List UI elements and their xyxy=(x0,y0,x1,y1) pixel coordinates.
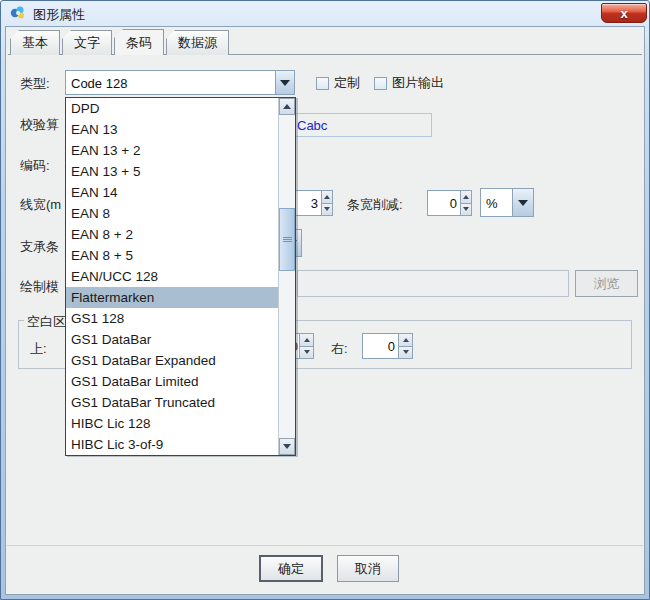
image-output-checkbox-label: 图片输出 xyxy=(392,74,444,92)
unit-combobox-value: % xyxy=(486,195,498,210)
list-item-highlighted[interactable]: Flattermarken xyxy=(66,287,278,308)
type-dropdown-list: DPD EAN 13 EAN 13 + 2 EAN 13 + 5 EAN 14 … xyxy=(65,97,296,456)
spinner-down-icon[interactable] xyxy=(321,204,333,217)
bar-reduction-spinner[interactable]: 0 xyxy=(427,190,472,216)
list-item[interactable]: GS1 DataBar Limited xyxy=(66,371,278,392)
draw-mode-label: 绘制模 xyxy=(20,279,59,294)
list-item[interactable]: EAN 8 + 2 xyxy=(66,224,278,245)
close-button[interactable]: x xyxy=(601,3,647,23)
bar-reduction-value[interactable]: 0 xyxy=(427,190,460,216)
list-item[interactable]: EAN 13 xyxy=(66,119,278,140)
custom-checkbox-label: 定制 xyxy=(334,74,360,92)
checksum-value: Cabc xyxy=(297,118,327,133)
type-combobox[interactable]: Code 128 xyxy=(65,70,295,95)
browse-button[interactable]: 浏览 xyxy=(575,270,638,297)
scroll-down-icon[interactable] xyxy=(279,438,295,455)
quiet-zone-right-label: 右: xyxy=(331,341,348,356)
list-item[interactable]: GS1 DataBar xyxy=(66,329,278,350)
quiet-zone-top-label: 上: xyxy=(30,341,47,356)
chevron-down-icon[interactable] xyxy=(275,71,294,94)
bearer-label: 支承条 xyxy=(20,239,59,254)
dropdown-scrollbar[interactable] xyxy=(278,98,295,455)
list-item[interactable]: DPD xyxy=(66,98,278,119)
encoding-label: 编码: xyxy=(20,158,50,173)
footer-separator xyxy=(7,545,643,546)
list-item[interactable]: HIBC Lic 3-of-9 xyxy=(66,434,278,455)
spinner-down-icon[interactable] xyxy=(299,347,314,360)
list-item[interactable]: EAN/UCC 128 xyxy=(66,266,278,287)
spinner-up-icon[interactable] xyxy=(398,333,413,347)
spinner-up-icon[interactable] xyxy=(321,190,333,204)
tab-bar: 基本 文字 条码 数据源 xyxy=(10,30,229,55)
unit-combobox[interactable]: % xyxy=(480,188,534,217)
scroll-thumb-grip-icon xyxy=(283,237,292,242)
image-output-checkbox[interactable]: 图片输出 xyxy=(374,74,444,92)
scroll-up-icon[interactable] xyxy=(279,98,295,115)
list-item[interactable]: EAN 13 + 5 xyxy=(66,161,278,182)
tab-barcode[interactable]: 条码 xyxy=(114,29,164,55)
spinner-up-icon[interactable] xyxy=(299,333,314,347)
list-item[interactable]: EAN 13 + 2 xyxy=(66,140,278,161)
chevron-down-icon[interactable] xyxy=(512,189,533,216)
spinner-up-icon[interactable] xyxy=(460,190,472,204)
line-width-spinner[interactable]: 3 xyxy=(295,190,333,216)
tab-datasource[interactable]: 数据源 xyxy=(166,30,229,55)
window-title: 图形属性 xyxy=(33,6,85,24)
scroll-thumb[interactable] xyxy=(279,208,295,271)
list-item[interactable]: GS1 DataBar Expanded xyxy=(66,350,278,371)
dialog-body: 基本 文字 条码 数据源 类型: Code 128 定制 图片输出 校验算 Ca… xyxy=(5,26,645,595)
list-item[interactable]: GS1 128 xyxy=(66,308,278,329)
custom-checkbox[interactable]: 定制 xyxy=(316,74,360,92)
type-combobox-value: Code 128 xyxy=(71,75,127,90)
line-width-label: 线宽(m xyxy=(20,197,61,212)
spinner-down-icon[interactable] xyxy=(460,204,472,217)
type-label: 类型: xyxy=(20,76,50,91)
list-item[interactable]: GS1 DataBar Truncated xyxy=(66,392,278,413)
close-icon: x xyxy=(620,7,627,20)
checkbox-box-icon[interactable] xyxy=(374,77,387,90)
window: 图形属性 x 基本 文字 条码 数据源 类型: Code 128 定制 图片输出 xyxy=(0,0,650,600)
tab-basic[interactable]: 基本 xyxy=(10,30,60,55)
checkbox-box-icon[interactable] xyxy=(316,77,329,90)
list-item[interactable]: EAN 14 xyxy=(66,182,278,203)
list-item[interactable]: EAN 8 xyxy=(66,203,278,224)
line-width-value[interactable]: 3 xyxy=(295,190,321,216)
tab-text[interactable]: 文字 xyxy=(62,30,112,55)
list-item[interactable]: HIBC Lic 128 xyxy=(66,413,278,434)
cancel-button[interactable]: 取消 xyxy=(337,555,399,582)
quiet-zone-right-value[interactable]: 0 xyxy=(362,333,398,359)
draw-mode-field[interactable] xyxy=(297,270,569,297)
spinner-down-icon[interactable] xyxy=(398,347,413,360)
app-icon xyxy=(10,5,26,21)
dropdown-items: DPD EAN 13 EAN 13 + 2 EAN 13 + 5 EAN 14 … xyxy=(66,98,278,455)
quiet-zone-title: 空白区 xyxy=(24,313,69,331)
ok-button[interactable]: 确定 xyxy=(259,555,323,582)
titlebar[interactable]: 图形属性 x xyxy=(1,1,649,26)
checksum-label: 校验算 xyxy=(20,117,59,132)
bar-reduction-label: 条宽削减: xyxy=(347,197,403,212)
quiet-zone-right-spinner[interactable]: 0 xyxy=(362,333,413,359)
list-item[interactable]: EAN 8 + 5 xyxy=(66,245,278,266)
